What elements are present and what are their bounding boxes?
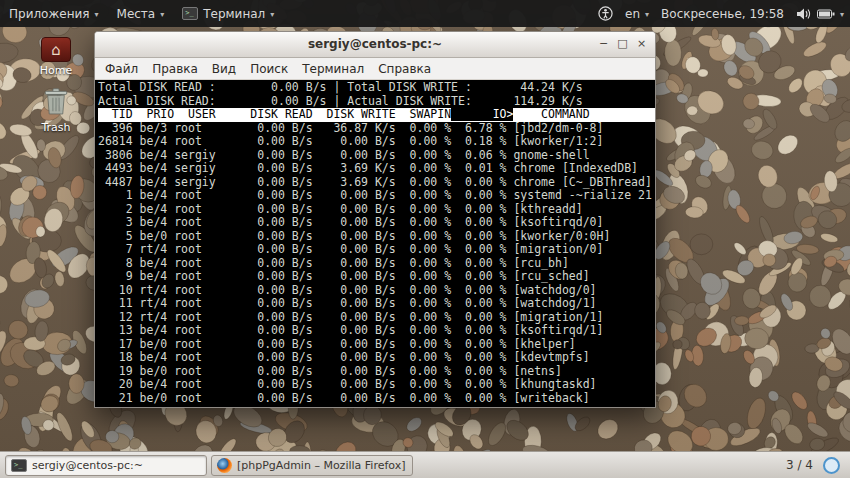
workspace-indicator-icon[interactable]: [823, 457, 840, 474]
iotop-row-11: 11 rt/4 root 0.00 B/s 0.00 B/s 0.00 % 0.…: [98, 297, 655, 311]
iotop-row-4493: 4493 be/4 sergiy 0.00 B/s 3.69 K/s 0.00 …: [98, 162, 655, 176]
workspace-pager[interactable]: 3 / 4: [786, 458, 813, 472]
menu-item-1[interactable]: Файл: [98, 62, 145, 76]
menu-item-5[interactable]: Терминал: [295, 62, 371, 76]
iotop-row-20: 20 be/4 root 0.00 B/s 0.00 B/s 0.00 % 0.…: [98, 378, 655, 392]
iotop-row-9: 9 be/4 root 0.00 B/s 0.00 B/s 0.00 % 0.0…: [98, 270, 655, 284]
iotop-row-5: 5 be/0 root 0.00 B/s 0.00 B/s 0.00 % 0.0…: [98, 230, 655, 244]
minimize-button[interactable]: −: [594, 35, 613, 53]
titlebar[interactable]: sergiy@centos-pc:~ − □ ×: [95, 32, 655, 58]
home-icon: [41, 37, 71, 62]
taskbar: sergiy@centos-pc:~[phpPgAdmin – Mozilla …: [0, 451, 850, 478]
iotop-header-left: TID PRIO USER DISK READ DISK WRITE SWAPI…: [98, 107, 451, 121]
taskbar-items: sergiy@centos-pc:~[phpPgAdmin – Mozilla …: [5, 455, 786, 476]
iotop-row-3806: 3806 be/4 sergiy 0.00 B/s 0.00 B/s 0.00 …: [98, 149, 655, 163]
menu-item-4[interactable]: Поиск: [243, 62, 295, 76]
input-source-label: en: [625, 7, 640, 21]
window-title: sergiy@centos-pc:~: [95, 32, 655, 57]
iotop-row-1: 1 be/4 root 0.00 B/s 0.00 B/s 0.00 % 0.0…: [98, 189, 655, 203]
desktop-icon-home[interactable]: Home: [28, 37, 84, 77]
iotop-header-row: TID PRIO USER DISK READ DISK WRITE SWAPI…: [98, 108, 655, 122]
battery-icon: [817, 8, 835, 20]
iotop-row-13: 13 be/4 root 0.00 B/s 0.00 B/s 0.00 % 0.…: [98, 324, 655, 338]
places-menu[interactable]: Места ▾: [108, 0, 174, 27]
terminal-output[interactable]: Total DISK READ : 0.00 B/s | Total DISK …: [95, 80, 655, 407]
chevron-down-icon: ▾: [270, 10, 274, 19]
iotop-row-8: 8 be/4 root 0.00 B/s 0.00 B/s 0.00 % 0.0…: [98, 257, 655, 271]
input-source-menu[interactable]: en ▾: [619, 0, 655, 27]
menu-item-6[interactable]: Справка: [371, 62, 438, 76]
iotop-row-17: 17 be/0 root 0.00 B/s 0.00 B/s 0.00 % 0.…: [98, 338, 655, 352]
system-status-menu[interactable]: ▾: [790, 0, 850, 27]
iotop-rows: 396 be/3 root 0.00 B/s 36.87 K/s 0.00 % …: [98, 122, 655, 406]
taskbar-item-2[interactable]: [phpPgAdmin – Mozilla Firefox]: [211, 455, 413, 476]
places-menu-label: Места: [117, 7, 156, 21]
chevron-down-icon: ▾: [645, 10, 649, 19]
iotop-row-4487: 4487 be/4 sergiy 0.00 B/s 3.69 K/s 0.00 …: [98, 176, 655, 190]
desktop-icon-label: Trash: [28, 121, 84, 134]
terminal-icon: [182, 7, 198, 20]
active-app-menu-label: Терминал: [203, 7, 265, 21]
iotop-row-18: 18 be/4 root 0.00 B/s 0.00 B/s 0.00 % 0.…: [98, 351, 655, 365]
clock[interactable]: Воскресенье, 19:58: [655, 0, 790, 27]
accessibility-icon: [598, 6, 613, 21]
iotop-header-sort-column: IO>: [451, 107, 513, 121]
iotop-row-10: 10 rt/4 root 0.00 B/s 0.00 B/s 0.00 % 0.…: [98, 284, 655, 298]
firefox-icon: [217, 458, 232, 473]
accessibility-menu[interactable]: [592, 0, 619, 27]
iotop-summary-line-2: Actual DISK READ: 0.00 B/s | Actual DISK…: [98, 95, 655, 109]
terminal-window: sergiy@centos-pc:~ − □ × ФайлПравкаВидПо…: [94, 31, 656, 408]
menu-item-3[interactable]: Вид: [205, 62, 243, 76]
iotop-header-right: COMMAND: [513, 107, 589, 121]
volume-icon: [796, 7, 812, 21]
panel-right: en ▾ Воскресенье, 19:58 ▾: [592, 0, 850, 27]
iotop-row-2: 2 be/4 root 0.00 B/s 0.00 B/s 0.00 % 0.0…: [98, 203, 655, 217]
applications-menu[interactable]: Приложения ▾: [0, 0, 108, 27]
top-panel: Приложения ▾ Места ▾ Терминал ▾ en ▾ Вос…: [0, 0, 850, 27]
iotop-row-21: 21 be/0 root 0.00 B/s 0.00 B/s 0.00 % 0.…: [98, 392, 655, 406]
iotop-summary-line-1: Total DISK READ : 0.00 B/s | Total DISK …: [98, 81, 655, 95]
chevron-down-icon: ▾: [160, 10, 164, 19]
clock-label: Воскресенье, 19:58: [661, 7, 784, 21]
taskbar-item-1[interactable]: sergiy@centos-pc:~: [5, 455, 207, 476]
desktop-icon-label: Home: [28, 64, 84, 77]
iotop-row-7: 7 rt/4 root 0.00 B/s 0.00 B/s 0.00 % 0.0…: [98, 243, 655, 257]
desktop-icon-trash[interactable]: Trash: [28, 88, 84, 134]
chevron-down-icon: ▾: [95, 10, 99, 19]
taskbar-item-label: sergiy@centos-pc:~: [32, 459, 143, 472]
panel-left: Приложения ▾ Места ▾ Терминал ▾: [0, 0, 283, 27]
iotop-row-19: 19 be/0 root 0.00 B/s 0.00 B/s 0.00 % 0.…: [98, 365, 655, 379]
window-controls: − □ ×: [594, 35, 651, 53]
iotop-row-396: 396 be/3 root 0.00 B/s 36.87 K/s 0.00 % …: [98, 122, 655, 136]
trash-icon: [43, 88, 69, 115]
maximize-button[interactable]: □: [613, 35, 632, 53]
iotop-row-26814: 26814 be/4 root 0.00 B/s 0.00 B/s 0.00 %…: [98, 135, 655, 149]
chevron-down-icon: ▾: [840, 10, 844, 19]
applications-menu-label: Приложения: [9, 7, 90, 21]
menu-bar: ФайлПравкаВидПоискТерминалСправка: [95, 58, 655, 80]
menu-item-2[interactable]: Правка: [145, 62, 205, 76]
close-button[interactable]: ×: [632, 35, 651, 53]
active-app-menu[interactable]: Терминал ▾: [173, 0, 283, 27]
iotop-row-12: 12 rt/4 root 0.00 B/s 0.00 B/s 0.00 % 0.…: [98, 311, 655, 325]
iotop-row-3: 3 be/4 root 0.00 B/s 0.00 B/s 0.00 % 0.0…: [98, 216, 655, 230]
taskbar-item-label: [phpPgAdmin – Mozilla Firefox]: [237, 459, 406, 472]
terminal-icon: [11, 459, 27, 472]
